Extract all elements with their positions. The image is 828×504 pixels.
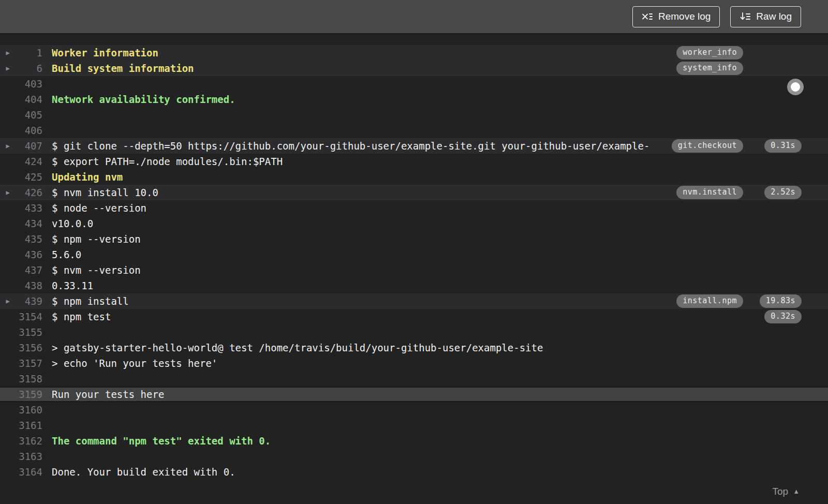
line-number[interactable]: 3158 — [16, 373, 42, 384]
log-row[interactable]: ▶ 426 $ nvm install 10.0 nvm.install 2.5… — [0, 185, 828, 200]
log-row[interactable]: 438 0.33.11 — [0, 278, 828, 293]
log-row[interactable]: 437 $ nvm --version — [0, 262, 828, 278]
log-line-text: Build system information — [52, 63, 676, 74]
duration-column: 0.31s — [743, 139, 802, 153]
log-line-text: $ nvm install 10.0 — [52, 187, 676, 198]
fold-arrow-icon[interactable]: ▶ — [0, 293, 16, 309]
line-number[interactable]: 3156 — [16, 342, 42, 353]
log-row[interactable]: 434 v10.0.0 — [0, 216, 828, 231]
log-row[interactable]: 3163 — [0, 449, 828, 464]
line-number[interactable]: 434 — [16, 218, 42, 229]
line-number[interactable]: 3160 — [16, 404, 42, 416]
build-log: ▶ 1 Worker information worker_info ▶ 6 B… — [0, 34, 828, 480]
log-row[interactable]: 3161 — [0, 418, 828, 433]
step-duration-badge: 0.32s — [764, 310, 802, 323]
line-number[interactable]: 3157 — [16, 358, 42, 369]
log-line-text: > gatsby-starter-hello-world@ test /home… — [52, 342, 743, 353]
line-number[interactable]: 436 — [16, 249, 42, 260]
line-number[interactable]: 3159 — [16, 389, 42, 400]
fold-arrow-icon[interactable]: ▶ — [0, 138, 16, 154]
log-follow-toggle[interactable] — [787, 79, 804, 95]
line-number[interactable]: 3154 — [16, 311, 42, 322]
line-number[interactable]: 424 — [16, 156, 42, 167]
remove-log-button[interactable]: Remove log — [632, 6, 720, 27]
log-line-text: $ npm install — [52, 295, 676, 307]
step-name-badge: worker_info — [676, 46, 743, 60]
raw-log-button[interactable]: Raw log — [730, 6, 801, 27]
line-number[interactable]: 425 — [16, 171, 42, 183]
log-line-text: $ nvm --version — [52, 264, 743, 276]
line-number[interactable]: 406 — [16, 125, 42, 136]
line-number[interactable]: 1 — [16, 47, 42, 58]
line-number[interactable]: 439 — [16, 295, 42, 307]
log-row[interactable]: 3158 — [0, 371, 828, 387]
log-row[interactable]: 3157 > echo 'Run your tests here' — [0, 355, 828, 371]
log-row[interactable]: 405 — [0, 107, 828, 123]
log-row[interactable]: 3159 Run your tests here — [0, 387, 828, 402]
log-line-text: Network availability confirmed. — [52, 94, 743, 105]
line-number[interactable]: 405 — [16, 109, 42, 121]
log-row[interactable]: 403 — [0, 76, 828, 92]
log-row[interactable]: ▶ 6 Build system information system_info — [0, 61, 828, 76]
log-line-text: > echo 'Run your tests here' — [52, 358, 743, 369]
log-line-text: Run your tests here — [52, 389, 743, 400]
log-row[interactable]: 3156 > gatsby-starter-hello-world@ test … — [0, 340, 828, 355]
log-row[interactable]: ▶ 1 Worker information worker_info — [0, 45, 828, 61]
step-name-badge: system_info — [676, 62, 743, 75]
line-number[interactable]: 3162 — [16, 435, 42, 447]
scroll-to-top-link[interactable]: Top ▲ — [772, 486, 800, 497]
fold-arrow-icon[interactable]: ▶ — [0, 61, 16, 76]
log-line-text: 0.33.11 — [52, 280, 743, 291]
log-line-text: $ npm --version — [52, 233, 743, 245]
fold-arrow-icon[interactable]: ▶ — [0, 45, 16, 61]
line-number[interactable]: 3163 — [16, 451, 42, 462]
duration-column: 2.52s — [743, 186, 802, 199]
raw-log-label: Raw log — [756, 11, 792, 22]
line-number[interactable]: 3161 — [16, 420, 42, 431]
log-row[interactable]: 424 $ export PATH=./node_modules/.bin:$P… — [0, 154, 828, 169]
log-toolbar: Remove log Raw log — [0, 0, 828, 34]
log-row[interactable]: 436 5.6.0 — [0, 247, 828, 262]
log-line-text: Done. Your build exited with 0. — [52, 466, 743, 478]
log-row[interactable]: 3154 $ npm test 0.32s — [0, 309, 828, 324]
log-row[interactable]: 3160 — [0, 402, 828, 418]
step-name-badge: install.npm — [676, 294, 743, 308]
step-name-badge: nvm.install — [676, 186, 743, 199]
duration-column: 19.83s — [743, 294, 802, 308]
log-row[interactable]: 406 — [0, 123, 828, 138]
log-row[interactable]: 404 Network availability confirmed. — [0, 92, 828, 107]
step-duration-badge: 19.83s — [760, 294, 802, 308]
log-line-text: $ node --version — [52, 202, 743, 214]
log-line-text: Updating nvm — [52, 171, 743, 183]
step-duration-badge: 2.52s — [764, 186, 802, 199]
log-line-text: Worker information — [52, 47, 676, 58]
log-row[interactable]: 433 $ node --version — [0, 200, 828, 216]
fold-arrow-icon[interactable]: ▶ — [0, 185, 16, 200]
log-line-text: The command "npm test" exited with 0. — [52, 435, 743, 447]
log-row[interactable]: ▶ 439 $ npm install install.npm 19.83s — [0, 293, 828, 309]
log-line-text: $ npm test — [52, 311, 743, 322]
line-number[interactable]: 403 — [16, 78, 42, 90]
line-number[interactable]: 3164 — [16, 466, 42, 478]
line-number[interactable]: 435 — [16, 233, 42, 245]
raw-log-icon — [740, 12, 751, 21]
line-number[interactable]: 407 — [16, 140, 42, 152]
log-row[interactable]: 3155 — [0, 324, 828, 340]
log-row[interactable]: 3162 The command "npm test" exited with … — [0, 433, 828, 449]
remove-log-icon — [642, 12, 653, 21]
log-row[interactable]: ▶ 407 $ git clone --depth=50 https://git… — [0, 138, 828, 154]
line-number[interactable]: 3155 — [16, 327, 42, 338]
line-number[interactable]: 438 — [16, 280, 42, 291]
line-number[interactable]: 404 — [16, 94, 42, 105]
log-line-text: $ git clone --depth=50 https://github.co… — [52, 140, 672, 152]
line-number[interactable]: 6 — [16, 63, 42, 74]
log-row[interactable]: 3164 Done. Your build exited with 0. — [0, 464, 828, 480]
log-row[interactable]: 425 Updating nvm — [0, 169, 828, 185]
remove-log-label: Remove log — [658, 11, 711, 22]
line-number[interactable]: 437 — [16, 264, 42, 276]
step-duration-badge: 0.31s — [764, 139, 802, 153]
line-number[interactable]: 433 — [16, 202, 42, 214]
log-footer: Top ▲ — [0, 480, 828, 503]
line-number[interactable]: 426 — [16, 187, 42, 198]
log-row[interactable]: 435 $ npm --version — [0, 231, 828, 247]
